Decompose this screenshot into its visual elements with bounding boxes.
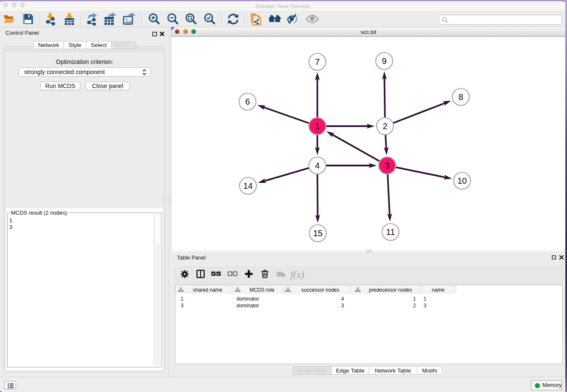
svg-text:11: 11 [386,227,395,237]
svg-text:1: 1 [315,121,319,131]
svg-text:6: 6 [245,97,250,106]
svg-text:3: 3 [385,161,389,170]
svg-text:15: 15 [313,229,322,238]
svg-text:4: 4 [315,161,319,170]
svg-text:8: 8 [458,92,463,102]
svg-text:9: 9 [382,56,386,66]
svg-text:10: 10 [457,176,467,185]
svg-text:2: 2 [383,121,387,131]
svg-text:14: 14 [243,181,253,190]
svg-text:7: 7 [315,57,319,66]
